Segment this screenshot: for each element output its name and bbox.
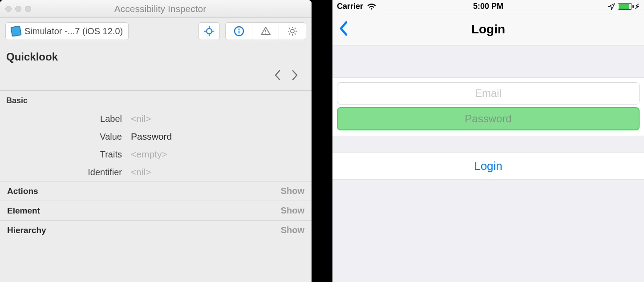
reticle-icon xyxy=(204,26,215,36)
previous-element-button[interactable] xyxy=(273,69,281,84)
actions-label: Actions xyxy=(7,186,38,196)
minimize-window-button[interactable] xyxy=(15,6,21,12)
next-element-button[interactable] xyxy=(291,69,299,84)
status-time: 5:00 PM xyxy=(332,2,644,11)
zoom-window-button[interactable] xyxy=(25,6,31,12)
inspector-toolbar: Simulator -...7 (iOS 12.0) xyxy=(0,18,312,46)
element-label: Element xyxy=(7,206,40,216)
audit-tab[interactable] xyxy=(252,23,279,40)
svg-line-16 xyxy=(295,33,296,34)
actions-section[interactable]: Actions Show xyxy=(0,181,312,201)
svg-line-18 xyxy=(289,33,290,34)
point-to-inspect-button[interactable] xyxy=(198,22,220,40)
carrier-label: Carrier xyxy=(337,2,363,11)
hierarchy-section[interactable]: Hierarchy Show xyxy=(0,220,312,240)
row-identifier: Identifier <nil> xyxy=(0,163,312,181)
svg-rect-8 xyxy=(265,30,266,32)
nav-title: Login xyxy=(332,22,644,36)
element-section[interactable]: Element Show xyxy=(0,201,312,220)
password-placeholder: Password xyxy=(465,113,511,125)
hierarchy-show: Show xyxy=(281,225,304,235)
battery-icon xyxy=(618,3,632,10)
target-selector[interactable]: Simulator -...7 (iOS 12.0) xyxy=(5,22,129,40)
email-field[interactable]: Email xyxy=(337,82,640,105)
window-title: Accessibility Inspector xyxy=(36,4,284,14)
element-show: Show xyxy=(281,205,304,216)
window-titlebar: Accessibility Inspector xyxy=(0,0,312,18)
row-traits: Traits <empty> xyxy=(0,145,312,163)
element-nav xyxy=(0,67,312,90)
login-row: Login xyxy=(332,152,644,180)
value-key: Value xyxy=(6,132,131,142)
target-label: Simulator -...7 (iOS 12.0) xyxy=(24,26,123,36)
traits-value: <empty> xyxy=(131,149,167,160)
label-value: <nil> xyxy=(131,113,151,124)
chevron-left-icon xyxy=(339,20,348,36)
svg-point-10 xyxy=(291,29,294,33)
settings-tab[interactable] xyxy=(279,23,306,40)
close-window-button[interactable] xyxy=(5,6,12,12)
svg-point-0 xyxy=(207,28,212,34)
inspector-mode-group xyxy=(225,22,306,40)
value-value: Password xyxy=(131,131,172,142)
svg-line-15 xyxy=(289,28,290,29)
traffic-lights xyxy=(5,6,31,12)
location-icon xyxy=(608,3,615,10)
simulator-icon xyxy=(10,25,21,36)
traits-key: Traits xyxy=(6,149,131,160)
password-field[interactable]: Password xyxy=(337,107,640,130)
gear-icon xyxy=(287,26,298,36)
status-bar: Carrier 5:00 PM ⚡︎ xyxy=(332,0,644,13)
basic-heading: Basic xyxy=(0,91,312,110)
ios-simulator-screen: Carrier 5:00 PM ⚡︎ Login Email Password … xyxy=(332,0,644,282)
login-button[interactable]: Login xyxy=(474,159,502,173)
back-button[interactable] xyxy=(332,20,355,38)
inspection-tab[interactable] xyxy=(226,23,252,40)
svg-point-6 xyxy=(238,28,239,30)
navigation-bar: Login xyxy=(332,13,644,45)
chevron-left-icon xyxy=(273,69,281,81)
svg-line-17 xyxy=(295,28,296,29)
charging-icon: ⚡︎ xyxy=(635,2,640,11)
email-placeholder: Email xyxy=(475,87,502,100)
svg-rect-7 xyxy=(238,31,239,34)
hierarchy-label: Hierarchy xyxy=(7,226,46,235)
chevron-right-icon xyxy=(291,69,299,81)
login-form: Email Password xyxy=(332,77,644,136)
quicklook-heading: Quicklook xyxy=(0,46,312,67)
identifier-value: <nil> xyxy=(131,167,151,177)
svg-point-9 xyxy=(265,32,266,33)
label-key: Label xyxy=(6,114,131,124)
identifier-key: Identifier xyxy=(6,167,131,177)
row-label: Label <nil> xyxy=(0,110,312,128)
info-icon xyxy=(234,26,244,36)
warning-icon xyxy=(260,26,271,36)
accessibility-inspector-window: Accessibility Inspector Simulator -...7 … xyxy=(0,0,312,282)
actions-show: Show xyxy=(281,186,304,196)
wifi-icon xyxy=(367,3,377,10)
row-value: Value Password xyxy=(0,128,312,145)
